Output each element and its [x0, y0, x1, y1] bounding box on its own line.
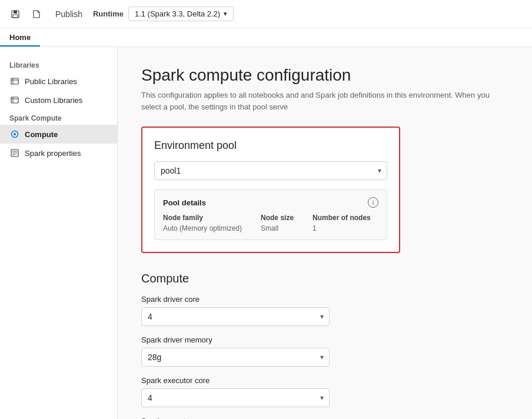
publish-label: Publish — [55, 9, 82, 19]
home-tab[interactable]: Home — [0, 29, 40, 46]
runtime-chevron-icon: ▾ — [224, 10, 227, 18]
spark-driver-memory-label: Spark driver memory — [141, 335, 508, 344]
pool-detail-row: Node family Auto (Memory optimized) Node… — [163, 214, 378, 232]
page-description: This configuration applies to all notebo… — [141, 89, 508, 112]
compute-icon — [9, 129, 20, 139]
custom-libraries-label: Custom Libraries — [25, 96, 82, 105]
save-button[interactable] — [7, 7, 24, 21]
compute-section-title: Compute — [141, 272, 508, 285]
compute-label: Compute — [25, 130, 58, 139]
spark-driver-core-label: Spark driver core — [141, 295, 508, 304]
main-content: Spark compute configuration This configu… — [118, 47, 532, 419]
tab-bar: Home — [0, 28, 532, 47]
public-libraries-icon — [9, 76, 20, 87]
spark-driver-memory-container: 28g ▾ — [141, 348, 330, 367]
spark-driver-core-container: 4 ▾ — [141, 307, 330, 326]
spark-properties-icon — [9, 148, 20, 158]
layout: Libraries Public Libraries Custom Librar… — [0, 47, 532, 419]
svg-rect-6 — [11, 97, 18, 103]
sidebar: Libraries Public Libraries Custom Librar… — [0, 47, 118, 419]
environment-pool-section: Environment pool pool1 ▾ Pool details i … — [141, 127, 400, 253]
pool-details-header: Pool details i — [163, 197, 378, 208]
runtime-version: 1.1 (Spark 3.3, Delta 2.2) — [135, 9, 220, 18]
spark-executor-core-select[interactable]: 4 — [141, 388, 330, 407]
svg-rect-1 — [14, 11, 17, 14]
spark-driver-core-select[interactable]: 4 — [141, 307, 330, 326]
node-size-col: Node size Small — [261, 214, 294, 232]
sidebar-item-spark-properties[interactable]: Spark properties — [0, 144, 117, 162]
node-size-label: Node size — [261, 214, 294, 222]
top-bar: Publish Runtime 1.1 (Spark 3.3, Delta 2.… — [0, 0, 532, 28]
node-size-value: Small — [261, 224, 278, 232]
env-pool-title: Environment pool — [154, 139, 387, 152]
num-nodes-col: Number of nodes 1 — [312, 214, 371, 232]
node-family-col: Node family Auto (Memory optimized) — [163, 214, 242, 232]
spark-executor-memory-group: Spark executor memory 28g ▾ — [141, 417, 508, 419]
spark-executor-memory-label: Spark executor memory — [141, 417, 508, 419]
num-nodes-value: 1 — [312, 224, 317, 232]
libraries-section-label: Libraries — [0, 56, 117, 72]
public-libraries-label: Public Libraries — [25, 77, 77, 86]
spark-executor-core-group: Spark executor core 4 ▾ — [141, 376, 508, 407]
pool-dropdown-container: pool1 ▾ — [154, 161, 387, 180]
num-nodes-label: Number of nodes — [312, 214, 371, 222]
node-family-label: Node family — [163, 214, 242, 222]
runtime-selector[interactable]: 1.1 (Spark 3.3, Delta 2.2) ▾ — [128, 6, 234, 21]
pool-dropdown[interactable]: pool1 — [154, 161, 387, 180]
svg-rect-3 — [11, 78, 18, 84]
spark-executor-core-container: 4 ▾ — [141, 388, 330, 407]
pool-details: Pool details i Node family Auto (Memory … — [154, 189, 387, 240]
publish-button[interactable]: Publish — [49, 7, 88, 21]
spark-compute-section-label: Spark Compute — [0, 109, 117, 125]
spark-driver-memory-select[interactable]: 28g — [141, 348, 330, 367]
spark-driver-memory-group: Spark driver memory 28g ▾ — [141, 335, 508, 367]
sidebar-item-public-libraries[interactable]: Public Libraries — [0, 72, 117, 91]
publish-file-button[interactable] — [28, 7, 45, 21]
svg-point-10 — [14, 133, 16, 135]
pool-details-title: Pool details — [163, 198, 206, 207]
page-title: Spark compute configuration — [141, 66, 508, 85]
pool-info-icon[interactable]: i — [368, 197, 378, 208]
custom-libraries-icon — [9, 95, 20, 105]
spark-driver-core-group: Spark driver core 4 ▾ — [141, 295, 508, 326]
node-family-value: Auto (Memory optimized) — [163, 224, 242, 232]
spark-properties-label: Spark properties — [25, 149, 81, 158]
runtime-label: Runtime — [93, 9, 124, 18]
sidebar-item-compute[interactable]: Compute — [0, 125, 117, 144]
spark-executor-core-label: Spark executor core — [141, 376, 508, 385]
sidebar-item-custom-libraries[interactable]: Custom Libraries — [0, 91, 117, 109]
svg-rect-2 — [13, 15, 18, 18]
